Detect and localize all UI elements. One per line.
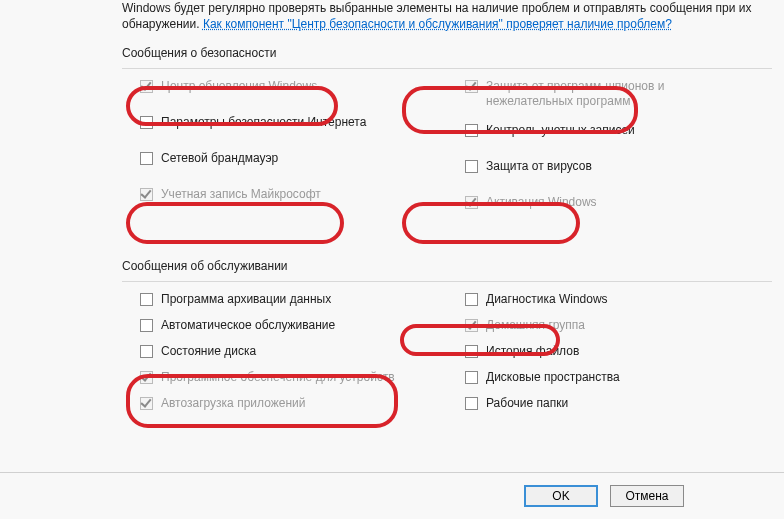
- divider: [122, 68, 772, 69]
- checkbox-auto-maint[interactable]: [140, 319, 153, 332]
- opt-win-update: Центр обновления Windows: [140, 79, 447, 101]
- label-win-diag: Диагностика Windows: [486, 292, 608, 307]
- checkbox-startup-apps: [140, 397, 153, 410]
- label-ie-security: Параметры безопасности Интернета: [161, 115, 366, 130]
- checkbox-win-update: [140, 80, 153, 93]
- cancel-button[interactable]: Отмена: [610, 485, 684, 507]
- label-backup: Программа архивации данных: [161, 292, 331, 307]
- label-storage-spaces: Дисковые пространства: [486, 370, 620, 385]
- opt-win-diag[interactable]: Диагностика Windows: [465, 292, 772, 314]
- ok-button[interactable]: OK: [524, 485, 598, 507]
- opt-uac[interactable]: Контроль учетных записей: [465, 123, 772, 145]
- label-ms-account: Учетная запись Майкрософт: [161, 187, 321, 202]
- label-disk-state: Состояние диска: [161, 344, 256, 359]
- checkbox-device-software: [140, 371, 153, 384]
- label-firewall: Сетевой брандмауэр: [161, 151, 278, 166]
- opt-antivirus[interactable]: Защита от вирусов: [465, 159, 772, 181]
- security-section-title: Сообщения о безопасности: [122, 46, 772, 60]
- checkbox-firewall[interactable]: [140, 152, 153, 165]
- opt-firewall[interactable]: Сетевой брандмауэр: [140, 151, 447, 173]
- label-work-folders: Рабочие папки: [486, 396, 568, 411]
- opt-backup[interactable]: Программа архивации данных: [140, 292, 447, 314]
- label-startup-apps: Автозагрузка приложений: [161, 396, 305, 411]
- checkbox-ie-security[interactable]: [140, 116, 153, 129]
- label-uac: Контроль учетных записей: [486, 123, 635, 138]
- checkbox-work-folders[interactable]: [465, 397, 478, 410]
- opt-work-folders[interactable]: Рабочие папки: [465, 396, 772, 418]
- opt-ms-account: Учетная запись Майкрософт: [140, 187, 447, 209]
- label-device-software: Программное обеспечение для устройств: [161, 370, 395, 385]
- opt-activation: Активация Windows: [465, 195, 772, 217]
- divider: [122, 281, 772, 282]
- checkbox-storage-spaces[interactable]: [465, 371, 478, 384]
- opt-disk-state[interactable]: Состояние диска: [140, 344, 447, 366]
- checkbox-ms-account: [140, 188, 153, 201]
- label-spyware: Защита от программ-шпионов и нежелательн…: [486, 79, 746, 109]
- label-auto-maint: Автоматическое обслуживание: [161, 318, 335, 333]
- opt-device-software: Программное обеспечение для устройств: [140, 370, 447, 392]
- opt-storage-spaces[interactable]: Дисковые пространства: [465, 370, 772, 392]
- opt-startup-apps: Автозагрузка приложений: [140, 396, 447, 418]
- checkbox-win-diag[interactable]: [465, 293, 478, 306]
- label-homegroup: Домашняя группа: [486, 318, 585, 333]
- checkbox-spyware: [465, 80, 478, 93]
- label-win-update: Центр обновления Windows: [161, 79, 317, 94]
- checkbox-antivirus[interactable]: [465, 160, 478, 173]
- label-antivirus: Защита от вирусов: [486, 159, 592, 174]
- checkbox-homegroup: [465, 319, 478, 332]
- checkbox-disk-state[interactable]: [140, 345, 153, 358]
- checkbox-uac[interactable]: [465, 124, 478, 137]
- opt-file-history[interactable]: История файлов: [465, 344, 772, 366]
- intro-help-link[interactable]: Как компонент "Центр безопасности и обсл…: [203, 17, 672, 31]
- label-file-history: История файлов: [486, 344, 579, 359]
- opt-spyware: Защита от программ-шпионов и нежелательн…: [465, 79, 772, 109]
- label-activation: Активация Windows: [486, 195, 597, 210]
- opt-auto-maint[interactable]: Автоматическое обслуживание: [140, 318, 447, 340]
- opt-homegroup: Домашняя группа: [465, 318, 772, 340]
- opt-ie-security[interactable]: Параметры безопасности Интернета: [140, 115, 447, 137]
- intro-text: Windows будет регулярно проверять выбран…: [122, 0, 772, 32]
- checkbox-activation: [465, 196, 478, 209]
- maintenance-section-title: Сообщения об обслуживании: [122, 259, 772, 273]
- checkbox-file-history[interactable]: [465, 345, 478, 358]
- checkbox-backup[interactable]: [140, 293, 153, 306]
